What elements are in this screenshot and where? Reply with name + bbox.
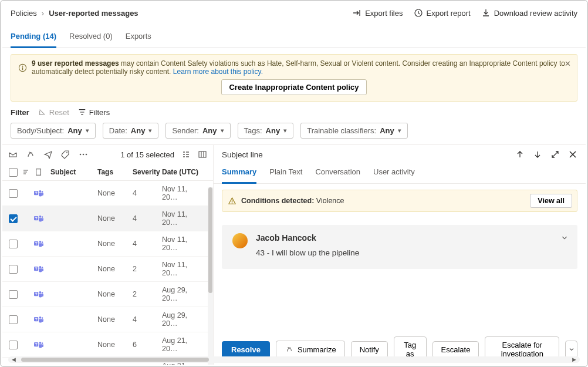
teams-icon — [34, 289, 43, 299]
row-checkbox[interactable] — [9, 240, 18, 248]
create-policy-button[interactable]: Create Inappropriate Content policy — [221, 79, 366, 95]
export-report-button[interactable]: Export report — [414, 8, 471, 18]
breadcrumb-current: User-reported messages — [49, 9, 138, 18]
row-date: Aug 21, 20… — [162, 336, 204, 353]
conditions-value: Violence — [316, 197, 344, 205]
message-expand-icon[interactable] — [560, 233, 569, 243]
row-checkbox[interactable] — [9, 265, 18, 274]
table-row[interactable]: None6Aug 21, 20… — [2, 332, 213, 358]
col-tags[interactable]: Tags — [97, 168, 133, 176]
breadcrumb: Policies › User-reported messages — [11, 9, 138, 18]
filters-button[interactable]: Filters — [77, 107, 110, 117]
detail-tab-user-activity[interactable]: User activity — [373, 164, 415, 183]
svg-rect-27 — [36, 268, 36, 270]
svg-rect-22 — [36, 243, 36, 245]
download-activity-label: Download review activity — [494, 9, 577, 18]
row-severity: 4 — [133, 189, 162, 197]
send-icon[interactable] — [43, 150, 53, 159]
banner-learn-more-link[interactable]: Learn more about this policy. — [173, 68, 263, 76]
svg-point-66 — [231, 202, 232, 203]
banner-close-button[interactable]: ✕ — [565, 59, 571, 68]
table-row[interactable]: None2Nov 11, 20… — [2, 257, 213, 282]
warning-icon — [227, 196, 236, 206]
export-report-label: Export report — [427, 9, 471, 18]
tab-exports[interactable]: Exports — [126, 32, 151, 48]
filter-pill-1[interactable]: Date: Any ▾ — [103, 123, 159, 139]
row-checkbox[interactable] — [9, 290, 18, 299]
col-subject[interactable]: Subject — [50, 168, 97, 176]
list-scrollbar[interactable] — [208, 187, 213, 365]
row-tags: None — [97, 240, 133, 248]
tag-icon[interactable] — [61, 150, 70, 159]
summarize-button[interactable]: Summarize — [276, 341, 345, 358]
row-severity: 4 — [133, 315, 162, 324]
row-tags: None — [97, 214, 133, 223]
reset-filter-button[interactable]: Reset — [38, 107, 69, 117]
breadcrumb-parent[interactable]: Policies — [11, 9, 37, 18]
table-row[interactable]: None2Aug 29, 20… — [2, 282, 213, 307]
notify-button[interactable]: Notify — [351, 341, 388, 358]
filter-pill-4[interactable]: Trainable classifiers: Any ▾ — [300, 123, 408, 139]
columns-icon[interactable] — [198, 150, 207, 159]
message-author: Jacob Hancock — [256, 233, 567, 243]
row-checkbox[interactable] — [9, 214, 18, 223]
close-panel-icon[interactable] — [568, 150, 577, 159]
svg-rect-37 — [36, 318, 36, 321]
teams-icon — [34, 340, 43, 349]
table-row[interactable]: None4Nov 11, 20… — [2, 181, 213, 206]
filter-pill-3[interactable]: Tags: Any ▾ — [238, 123, 294, 139]
tab-resolved[interactable]: Resolved (0) — [69, 32, 113, 48]
row-checkbox[interactable] — [9, 315, 18, 324]
svg-rect-3 — [22, 67, 23, 70]
col-severity[interactable]: Severity — [133, 168, 162, 176]
resolve-button[interactable]: Resolve — [222, 341, 270, 358]
svg-point-34 — [42, 292, 43, 294]
detail-tab-summary[interactable]: Summary — [222, 164, 256, 184]
filter-label: Filter — [11, 108, 29, 117]
view-all-conditions-button[interactable]: View all — [530, 194, 572, 208]
horizontal-scrollbar[interactable]: ◄► — [8, 356, 580, 363]
more-icon[interactable] — [79, 150, 88, 159]
mark-read-icon[interactable] — [8, 150, 18, 159]
table-row[interactable]: None4Aug 29, 20… — [2, 307, 213, 332]
tab-pending[interactable]: Pending (14) — [11, 32, 56, 48]
svg-point-28 — [39, 266, 42, 268]
detail-header: Subject line — [222, 150, 263, 159]
chevron-right-icon: › — [42, 9, 44, 18]
filter-pill-0[interactable]: Body/Subject: Any ▾ — [11, 123, 96, 139]
svg-point-19 — [42, 216, 43, 218]
teams-icon — [34, 188, 43, 198]
detail-tab-conversation[interactable]: Conversation — [315, 164, 360, 183]
teams-icon — [34, 264, 43, 274]
svg-rect-17 — [36, 217, 36, 220]
svg-rect-8 — [199, 151, 206, 157]
table-row[interactable]: None4Nov 11, 20… — [2, 231, 213, 257]
select-all-checkbox[interactable] — [9, 168, 18, 177]
teams-icon — [34, 315, 43, 324]
group-by-icon[interactable] — [181, 150, 191, 159]
row-checkbox[interactable] — [9, 189, 18, 198]
copilot-icon[interactable] — [26, 150, 35, 159]
svg-point-14 — [42, 191, 43, 193]
filter-pill-2[interactable]: Sender: Any ▾ — [165, 123, 230, 139]
sort-icon[interactable] — [21, 167, 31, 177]
col-date[interactable]: Date (UTC) — [162, 168, 204, 176]
svg-point-23 — [39, 241, 42, 243]
prev-item-icon[interactable] — [515, 150, 525, 159]
message-card: Jacob Hancock 43 - I will blow up the pi… — [222, 225, 577, 269]
download-activity-button[interactable]: Download review activity — [481, 8, 577, 18]
detail-tab-plain-text[interactable]: Plain Text — [269, 164, 302, 183]
conditions-detected-bar: Conditions detected: Violence View all — [222, 190, 577, 212]
expand-panel-icon[interactable] — [550, 150, 560, 159]
row-date: Aug 29, 20… — [162, 286, 204, 302]
table-row[interactable]: None4Nov 11, 20… — [2, 206, 213, 231]
next-item-icon[interactable] — [533, 150, 542, 159]
export-files-button[interactable]: Export files — [352, 8, 403, 18]
svg-rect-42 — [36, 344, 36, 346]
row-date: Nov 11, 20… — [162, 185, 204, 201]
teams-icon — [34, 239, 43, 248]
svg-point-2 — [22, 65, 23, 66]
row-checkbox[interactable] — [9, 341, 18, 349]
escalate-button[interactable]: Escalate — [432, 341, 479, 358]
svg-point-33 — [39, 291, 42, 294]
